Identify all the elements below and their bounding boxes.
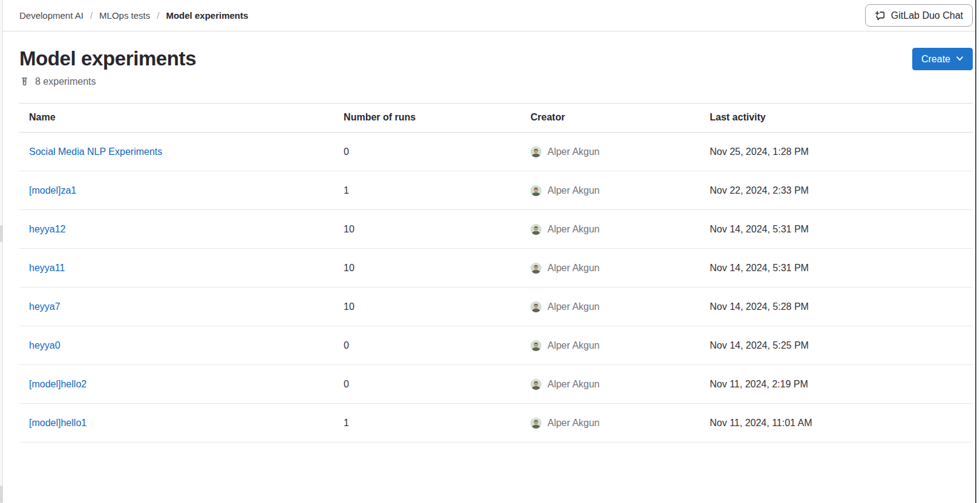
- column-header-last-activity: Last activity: [700, 104, 973, 133]
- creator-cell: Alper Akgun: [531, 145, 690, 158]
- breadcrumb-group-link[interactable]: Development AI: [19, 10, 83, 21]
- run-count-cell: 0: [334, 326, 521, 365]
- avatar: [531, 418, 541, 429]
- breadcrumb: Development AI / MLOps tests / Model exp…: [19, 10, 248, 21]
- creator-name: Alper Akgun: [547, 300, 599, 313]
- experiment-name-link[interactable]: [model]hello1: [29, 418, 87, 428]
- experiment-name-link[interactable]: heyya11: [29, 263, 65, 273]
- test-tube-icon: [19, 77, 30, 87]
- avatar: [531, 224, 541, 235]
- table-row: [model]hello2 0: [19, 365, 973, 404]
- creator-cell: Alper Akgun: [531, 184, 690, 197]
- sidebar-scrollbar-thumb[interactable]: [0, 485, 2, 503]
- run-count-cell: 10: [334, 249, 521, 288]
- column-header-creator: Creator: [521, 104, 700, 133]
- create-button[interactable]: Create: [912, 48, 973, 70]
- window-edge: [975, 0, 980, 503]
- run-count-cell: 0: [334, 133, 521, 171]
- avatar: [531, 301, 541, 312]
- avatar: [531, 263, 541, 274]
- last-activity-cell: Nov 14, 2024, 5:31 PM: [700, 210, 973, 249]
- experiments-table: Name Number of runs Creator Last activit…: [19, 103, 973, 442]
- creator-name: Alper Akgun: [547, 184, 599, 197]
- table-header-row: Name Number of runs Creator Last activit…: [19, 104, 973, 133]
- breadcrumb-project-link[interactable]: MLOps tests: [99, 10, 150, 21]
- creator-cell: Alper Akgun: [531, 416, 690, 429]
- avatar: [531, 185, 541, 196]
- creator-cell: Alper Akgun: [531, 223, 690, 235]
- column-header-runs: Number of runs: [334, 104, 521, 133]
- page-header: Model experiments 8 experiments Create: [19, 31, 973, 87]
- table-row: heyya11 10: [19, 249, 973, 288]
- experiment-name-link[interactable]: heyya7: [29, 301, 60, 312]
- last-activity-cell: Nov 14, 2024, 5:31 PM: [700, 249, 973, 288]
- run-count-cell: 1: [334, 171, 521, 210]
- gitlab-duo-chat-button[interactable]: GitLab Duo Chat: [865, 4, 973, 27]
- avatar: [531, 379, 541, 390]
- breadcrumb-separator: /: [90, 10, 93, 21]
- experiment-name-link[interactable]: [model]hello2: [29, 379, 87, 389]
- table-row: heyya7 10: [19, 288, 973, 326]
- creator-name: Alper Akgun: [547, 261, 599, 274]
- run-count-cell: 0: [334, 365, 521, 404]
- last-activity-cell: Nov 11, 2024, 11:01 AM: [700, 404, 973, 442]
- creator-cell: Alper Akgun: [531, 339, 690, 352]
- experiment-count-label: 8 experiments: [35, 76, 96, 87]
- run-count-cell: 10: [334, 210, 521, 249]
- column-header-name: Name: [19, 104, 334, 133]
- last-activity-cell: Nov 22, 2024, 2:33 PM: [700, 171, 973, 210]
- creator-name: Alper Akgun: [547, 416, 599, 429]
- chevron-down-icon: [956, 54, 964, 65]
- last-activity-cell: Nov 25, 2024, 1:28 PM: [700, 133, 973, 171]
- duo-chat-label: GitLab Duo Chat: [891, 10, 963, 21]
- table-row: heyya12 10: [19, 210, 973, 249]
- creator-name: Alper Akgun: [547, 339, 599, 352]
- experiment-count: 8 experiments: [19, 76, 196, 87]
- table-row: heyya0 0: [19, 326, 973, 365]
- breadcrumb-separator: /: [157, 10, 159, 21]
- table-row: [model]hello1 1: [19, 404, 973, 442]
- breadcrumb-current-page: Model experiments: [166, 10, 248, 21]
- creator-cell: Alper Akgun: [531, 300, 690, 313]
- table-row: Social Media NLP Experiments 0: [19, 133, 973, 171]
- run-count-cell: 1: [334, 404, 521, 442]
- creator-cell: Alper Akgun: [531, 378, 690, 390]
- avatar: [531, 340, 541, 351]
- last-activity-cell: Nov 14, 2024, 5:28 PM: [700, 288, 973, 326]
- avatar: [531, 146, 541, 157]
- run-count-cell: 10: [334, 288, 521, 326]
- create-button-label: Create: [921, 54, 950, 65]
- creator-name: Alper Akgun: [547, 223, 599, 235]
- collapsed-sidebar-edge: [0, 0, 3, 503]
- experiment-name-link[interactable]: Social Media NLP Experiments: [29, 146, 162, 157]
- top-bar: Development AI / MLOps tests / Model exp…: [3, 0, 975, 31]
- experiment-name-link[interactable]: heyya0: [29, 340, 60, 350]
- last-activity-cell: Nov 11, 2024, 2:19 PM: [700, 365, 973, 404]
- creator-name: Alper Akgun: [547, 378, 599, 390]
- experiment-name-link[interactable]: heyya12: [29, 224, 66, 234]
- page-title: Model experiments: [19, 47, 196, 71]
- duo-chat-icon: [875, 10, 886, 21]
- table-row: [model]za1 1: [19, 171, 973, 210]
- sidebar-scrollbar-thumb[interactable]: [0, 225, 2, 242]
- page-content: Model experiments 8 experiments Create: [3, 31, 975, 442]
- last-activity-cell: Nov 14, 2024, 5:25 PM: [700, 326, 973, 365]
- creator-cell: Alper Akgun: [531, 261, 690, 274]
- creator-name: Alper Akgun: [547, 145, 599, 158]
- main-area: Development AI / MLOps tests / Model exp…: [3, 0, 975, 503]
- experiment-name-link[interactable]: [model]za1: [29, 185, 76, 196]
